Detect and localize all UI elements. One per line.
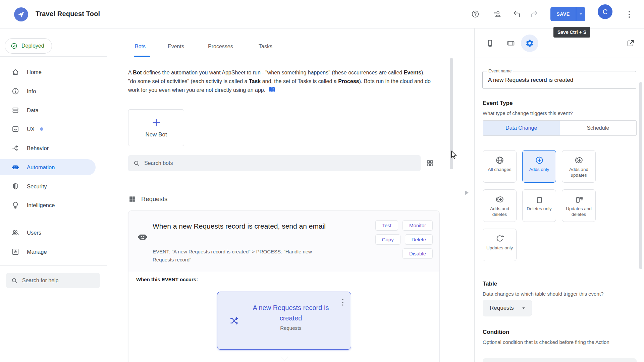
tab-events[interactable]: Events <box>168 44 184 50</box>
check-circle-icon <box>10 42 18 50</box>
condition-description: Optional condition that is checked befor… <box>483 338 632 347</box>
event-card[interactable]: A new Requests record is created Request… <box>217 292 351 350</box>
deployed-badge[interactable]: Deployed <box>5 38 52 54</box>
bot-card[interactable]: When a new Requests record is created, s… <box>128 210 440 362</box>
collapse-panel-chevron-icon[interactable] <box>465 190 469 195</box>
event-card-menu-icon[interactable] <box>339 298 346 307</box>
sidebar-item-info[interactable]: Info <box>0 83 96 99</box>
section-title: Requests <box>141 195 167 203</box>
save-split-button[interactable]: SAVE <box>550 7 585 21</box>
save-dropdown-button[interactable] <box>576 7 585 21</box>
option-all-changes[interactable]: All changes <box>483 150 517 183</box>
event-type-heading: Event Type <box>483 100 513 107</box>
table-select-value: Requests <box>490 305 514 311</box>
event-type-question: What type of change triggers this event? <box>483 109 573 118</box>
image-icon <box>11 125 19 133</box>
robot-icon <box>137 232 148 242</box>
toggle-schedule[interactable]: Schedule <box>560 121 637 135</box>
option-updates-only[interactable]: Updates only <box>483 229 517 261</box>
option-deletes-only[interactable]: Deletes only <box>522 189 556 222</box>
table-select[interactable]: Requests <box>483 300 532 316</box>
sidebar-item-ux[interactable]: UX <box>0 121 96 137</box>
delete-button[interactable]: Delete <box>405 234 433 245</box>
option-adds-and-deletes[interactable]: Adds and deletes <box>483 189 517 222</box>
option-updates-and-deletes[interactable]: Updates and deletes <box>562 189 596 222</box>
sidebar: Deployed Home Info Data UX Behavior Auto… <box>0 28 107 362</box>
plus-circle-icon <box>535 156 544 165</box>
toggle-data-change[interactable]: Data Change <box>483 121 560 135</box>
sidebar-item-label: Info <box>27 88 36 95</box>
search-bots-input[interactable] <box>144 160 379 166</box>
help-search[interactable] <box>6 273 100 288</box>
option-adds-only[interactable]: Adds only <box>522 150 556 183</box>
split-arrows-icon <box>11 144 19 152</box>
trash-icon <box>535 195 544 204</box>
panel-scrollbar[interactable] <box>639 82 642 269</box>
new-bot-label: New Bot <box>145 131 167 138</box>
condition-heading: Condition <box>483 329 509 336</box>
event-name-input[interactable] <box>483 71 636 88</box>
sidebar-item-label: Automation <box>27 164 55 171</box>
new-bot-button[interactable]: New Bot <box>128 109 184 146</box>
sidebar-item-manage[interactable]: Manage <box>0 244 96 260</box>
table-section-header: Requests <box>128 195 167 203</box>
tab-tasks[interactable]: Tasks <box>259 44 272 50</box>
app-logo <box>14 7 28 21</box>
database-icon <box>11 106 19 114</box>
event-occurs-label: When this EVENT occurs: <box>136 277 198 282</box>
plus-icon <box>151 117 162 128</box>
main-scrollbar[interactable] <box>450 58 453 169</box>
option-adds-and-updates[interactable]: Adds and updates <box>562 150 596 183</box>
save-button[interactable]: SAVE <box>550 7 576 21</box>
event-card-title: A new Requests record is created <box>246 303 336 323</box>
redo-icon[interactable] <box>530 10 539 18</box>
copy-button[interactable]: Copy <box>375 234 400 245</box>
app-header: Travel Request Tool SAVE C <box>0 0 644 28</box>
sidebar-item-label: Behavior <box>27 145 49 152</box>
tab-processes[interactable]: Processes <box>208 44 233 50</box>
paper-plane-icon <box>17 10 25 18</box>
bots-description: A Bot defines the automation you want Ap… <box>128 68 433 95</box>
help-search-input[interactable] <box>22 278 89 284</box>
open-in-new-icon[interactable] <box>626 39 635 48</box>
sidebar-item-automation[interactable]: Automation <box>0 159 96 175</box>
undo-icon[interactable] <box>513 10 521 18</box>
disable-button[interactable]: Disable <box>402 248 433 259</box>
sidebar-item-home[interactable]: Home <box>0 64 96 80</box>
page-title: Travel Request Tool <box>36 10 100 18</box>
tab-bots[interactable]: Bots <box>135 44 146 50</box>
sidebar-item-users[interactable]: Users <box>0 225 96 241</box>
tablet-preview-icon[interactable] <box>506 39 515 48</box>
sidebar-item-label: Users <box>27 230 41 236</box>
sidebar-item-label: Intelligence <box>27 202 55 208</box>
monitor-button[interactable]: Monitor <box>402 220 433 231</box>
settings-panel: Event name Event Type What type of chang… <box>475 28 644 362</box>
event-card-text: A new Requests record is created Request… <box>246 303 336 331</box>
condition-input[interactable] <box>483 358 637 362</box>
avatar[interactable]: C <box>598 4 612 19</box>
grid-view-icon[interactable] <box>426 159 434 167</box>
lightbulb-icon <box>11 201 19 209</box>
sidebar-item-label: UX <box>27 126 35 132</box>
refresh-icon <box>495 234 504 243</box>
test-button[interactable]: Test <box>375 220 398 231</box>
docs-book-icon[interactable] <box>268 86 276 94</box>
sidebar-item-security[interactable]: Security <box>0 178 96 194</box>
settings-tab[interactable] <box>521 35 538 52</box>
ux-notification-dot <box>40 127 43 131</box>
home-icon <box>11 68 19 76</box>
add-collaborator-icon[interactable] <box>493 10 502 18</box>
panel-divider <box>474 28 475 362</box>
search-bots[interactable] <box>128 155 421 171</box>
bot-meta: EVENT: "A new Requests record is created… <box>153 248 330 264</box>
event-name-field[interactable]: Event name <box>482 71 636 89</box>
phone-preview-icon[interactable] <box>486 39 494 48</box>
more-menu-icon[interactable] <box>625 10 633 19</box>
sidebar-item-data[interactable]: Data <box>0 102 96 118</box>
search-icon <box>11 277 18 284</box>
bot-actions: Test Monitor Copy Delete Disable <box>375 220 433 259</box>
help-icon[interactable] <box>471 10 480 18</box>
search-icon <box>133 160 140 167</box>
sidebar-item-behavior[interactable]: Behavior <box>0 140 96 156</box>
sidebar-item-intelligence[interactable]: Intelligence <box>0 197 96 213</box>
